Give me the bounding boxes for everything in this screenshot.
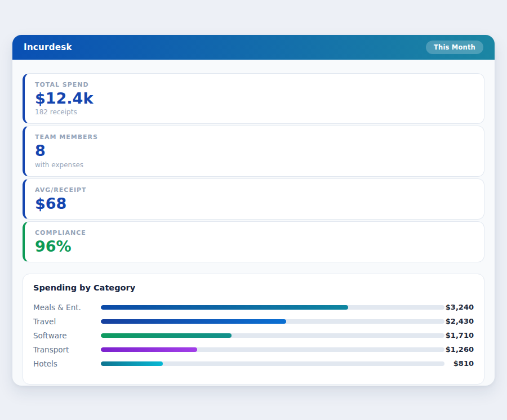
- stat-card-compliance: COMPLIANCE 96%: [23, 221, 484, 262]
- spending-by-category-panel: Spending by Category Meals & Ent. $3,240…: [23, 274, 484, 385]
- stat-card-team-members: TEAM MEMBERS 8 with expenses: [23, 126, 484, 176]
- category-row-meals: Meals & Ent. $3,240: [33, 300, 474, 314]
- category-row-hotels: Hotels $810: [33, 356, 474, 370]
- category-value: $1,260: [444, 345, 474, 354]
- period-badge[interactable]: This Month: [426, 41, 483, 54]
- stat-label: TEAM MEMBERS: [35, 133, 474, 141]
- category-value: $1,710: [444, 331, 474, 339]
- category-bar-fill: [101, 361, 163, 366]
- category-label: Software: [33, 331, 101, 340]
- stat-value: $68: [35, 196, 474, 212]
- category-row-transport: Transport $1,260: [33, 342, 474, 356]
- category-label: Transport: [33, 345, 101, 354]
- category-value: $2,430: [444, 317, 474, 325]
- stat-subtext: 182 receipts: [35, 108, 474, 116]
- stat-subtext: with expenses: [35, 161, 474, 169]
- category-bar-track: [101, 333, 444, 338]
- category-bar-track: [101, 305, 444, 310]
- category-value: $810: [444, 359, 474, 368]
- category-row-travel: Travel $2,430: [33, 314, 474, 328]
- category-label: Meals & Ent.: [33, 303, 101, 312]
- category-value: $3,240: [444, 303, 474, 311]
- stat-value: $12.4k: [35, 91, 474, 106]
- category-bar-fill: [101, 319, 286, 324]
- category-bar-fill: [101, 305, 348, 310]
- category-bar-track: [101, 347, 444, 352]
- stat-label: COMPLIANCE: [35, 229, 474, 236]
- category-row-software: Software $1,710: [33, 328, 474, 342]
- category-label: Travel: [33, 317, 101, 326]
- stat-label: TOTAL SPEND: [35, 81, 474, 88]
- category-bar-track: [101, 319, 444, 324]
- stat-value: 8: [35, 143, 474, 159]
- panel-title: Spending by Category: [33, 283, 474, 292]
- stat-card-total-spend: TOTAL SPEND $12.4k 182 receipts: [23, 73, 484, 124]
- category-bar-fill: [101, 333, 232, 338]
- stat-card-avg-receipt: AVG/RECEIPT $68: [23, 178, 484, 220]
- stat-value: 96%: [35, 239, 474, 254]
- category-bar-fill: [101, 347, 197, 352]
- category-label: Hotels: [33, 359, 101, 368]
- app-header: Incurdesk This Month: [12, 35, 495, 60]
- category-bar-track: [101, 361, 444, 366]
- main-content: TOTAL SPEND $12.4k 182 receipts TEAM MEM…: [12, 60, 495, 386]
- stat-label: AVG/RECEIPT: [35, 186, 474, 194]
- app-title: Incurdesk: [24, 42, 72, 52]
- app-card: Incurdesk This Month TOTAL SPEND $12.4k …: [12, 35, 495, 386]
